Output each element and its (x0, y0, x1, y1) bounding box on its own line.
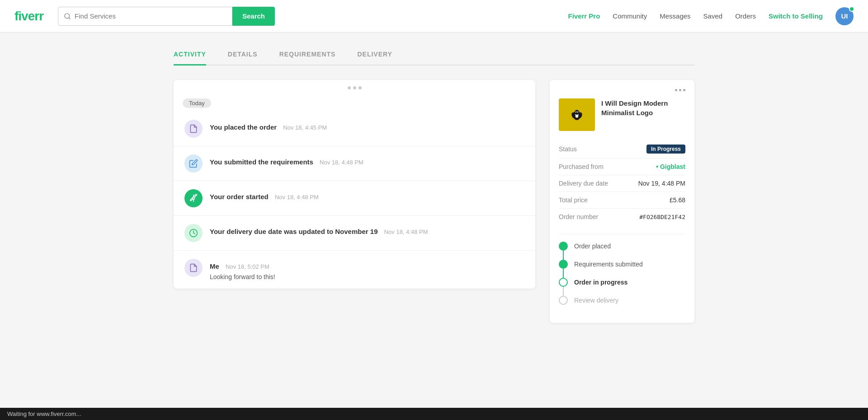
activity-title: Your delivery due date was updated to No… (210, 228, 428, 235)
document-icon (189, 124, 198, 133)
activity-icon-document (184, 120, 203, 138)
activity-text: You placed the order Nov 18, 4:45 PM (210, 120, 524, 131)
clock-icon (189, 229, 198, 238)
activity-text: Your delivery due date was updated to No… (210, 224, 524, 236)
search-button[interactable]: Search (232, 7, 275, 26)
gig-thumbnail (559, 98, 595, 131)
activity-time: Nov 18, 5:02 PM (226, 263, 269, 270)
avatar-initials: UI (841, 12, 848, 20)
activity-icon-pencil (184, 154, 203, 173)
meta-row-purchased: Purchased from Gigblast (559, 159, 685, 175)
svg-point-2 (193, 197, 195, 200)
header: fiverr Search Fiverr Pro Community Messa… (0, 0, 868, 33)
panel-dot (675, 89, 677, 91)
today-badge: Today (183, 98, 211, 108)
timeline-circle-in-progress (559, 278, 568, 287)
nav-saved[interactable]: Saved (703, 12, 723, 20)
timeline-connector (563, 287, 564, 297)
timeline-item-review: Review delivery (559, 296, 685, 305)
order-panel-dots (559, 89, 685, 91)
tab-delivery[interactable]: DELIVERY (357, 51, 392, 65)
nav-fiverr-pro[interactable]: Fiverr Pro (568, 12, 600, 20)
timeline-item-in-progress: Order in progress (559, 278, 685, 287)
activity-item: You submitted the requirements Nov 18, 4… (174, 146, 535, 181)
nav-community[interactable]: Community (613, 12, 647, 20)
gig-thumb-inner (559, 98, 595, 131)
dot-1 (348, 86, 351, 89)
gig-logo-image (568, 106, 586, 124)
meta-label-order-number: Order number (559, 213, 598, 220)
meta-row-price: Total price £5.68 (559, 192, 685, 209)
activity-icon-clock (184, 224, 203, 242)
activity-icon-rocket (184, 189, 203, 207)
activity-title: You placed the order Nov 18, 4:45 PM (210, 123, 327, 131)
dot-2 (353, 86, 356, 89)
order-gig: I Will Design Modern Minimalist Logo (559, 98, 685, 131)
avatar-notification-badge (849, 6, 854, 12)
search-input[interactable] (75, 12, 226, 20)
avatar[interactable]: UI (835, 7, 854, 25)
tab-requirements[interactable]: REQUIREMENTS (279, 51, 336, 65)
panel-dot (683, 89, 685, 91)
timeline-connector (563, 251, 564, 261)
order-number-value: #FO26BDE21F42 (639, 214, 685, 220)
timeline-connector (563, 269, 564, 279)
activity-message: Looking forward to this! (210, 273, 524, 280)
timeline-item-placed: Order placed (559, 242, 685, 251)
activity-panel: Today You placed the order Nov 18, 4:45 … (174, 80, 535, 289)
tab-activity[interactable]: ACTIVITY (174, 51, 206, 65)
activity-icon-me (184, 259, 203, 277)
seller-name[interactable]: Gigblast (656, 163, 685, 170)
search-input-wrap (58, 7, 232, 26)
timeline-circle-review (559, 296, 568, 305)
activity-item: You placed the order Nov 18, 4:45 PM (174, 112, 535, 146)
timeline-label: Order placed (574, 243, 611, 250)
timeline-label: Order in progress (574, 279, 627, 286)
svg-point-9 (577, 112, 579, 113)
meta-row-delivery: Delivery due date Nov 19, 4:48 PM (559, 175, 685, 192)
timeline-label: Requirements submitted (574, 261, 643, 268)
tabs: ACTIVITY DETAILS REQUIREMENTS DELIVERY (174, 51, 694, 65)
timeline-circle-requirements (559, 260, 568, 269)
total-price-value: £5.68 (670, 196, 685, 204)
timeline-label: Review delivery (574, 297, 618, 304)
tab-details[interactable]: DETAILS (228, 51, 258, 65)
order-panel: I Will Design Modern Minimalist Logo Sta… (550, 80, 694, 323)
progress-timeline: Order placed Requirements submitted Orde… (559, 234, 685, 305)
pencil-icon (189, 159, 198, 168)
nav-messages[interactable]: Messages (660, 12, 690, 20)
activity-item: Your delivery due date was updated to No… (174, 216, 535, 251)
panel-dot (679, 89, 681, 91)
activity-time: Nov 18, 4:45 PM (283, 124, 327, 131)
rocket-icon (189, 194, 198, 203)
status-badge: In Progress (646, 145, 685, 154)
activity-item: Your order started Nov 18, 4:48 PM (174, 181, 535, 216)
svg-point-8 (576, 112, 577, 113)
activity-time: Nov 18, 4:48 PM (320, 159, 363, 166)
nav-switch-to-selling[interactable]: Switch to Selling (769, 12, 823, 20)
meta-label-delivery: Delivery due date (559, 180, 608, 187)
nav-orders[interactable]: Orders (735, 12, 756, 20)
gig-title: I Will Design Modern Minimalist Logo (601, 98, 685, 117)
meta-label-status: Status (559, 145, 577, 153)
meta-row-order-number: Order number #FO26BDE21F42 (559, 209, 685, 225)
dot-3 (359, 86, 362, 89)
svg-line-1 (69, 18, 70, 19)
activity-text: Me Nov 18, 5:02 PM Looking forward to th… (210, 259, 524, 280)
nav: Fiverr Pro Community Messages Saved Orde… (568, 7, 854, 25)
dots-row (174, 80, 535, 93)
document-icon-2 (189, 263, 198, 272)
timeline-circle-placed (559, 242, 568, 251)
svg-point-7 (575, 110, 580, 115)
order-meta: Status In Progress Purchased from Gigbla… (559, 140, 685, 225)
search-bar: Search (58, 7, 275, 26)
activity-time: Nov 18, 4:48 PM (275, 194, 319, 201)
content-row: Today You placed the order Nov 18, 4:45 … (174, 80, 694, 323)
logo[interactable]: fiverr (14, 9, 43, 23)
activity-text: You submitted the requirements Nov 18, 4… (210, 154, 524, 166)
activity-item: Me Nov 18, 5:02 PM Looking forward to th… (174, 251, 535, 289)
meta-label-price: Total price (559, 196, 588, 204)
delivery-due-value: Nov 19, 4:48 PM (638, 180, 685, 187)
search-icon (64, 13, 71, 20)
activity-title: You submitted the requirements Nov 18, 4… (210, 158, 363, 166)
